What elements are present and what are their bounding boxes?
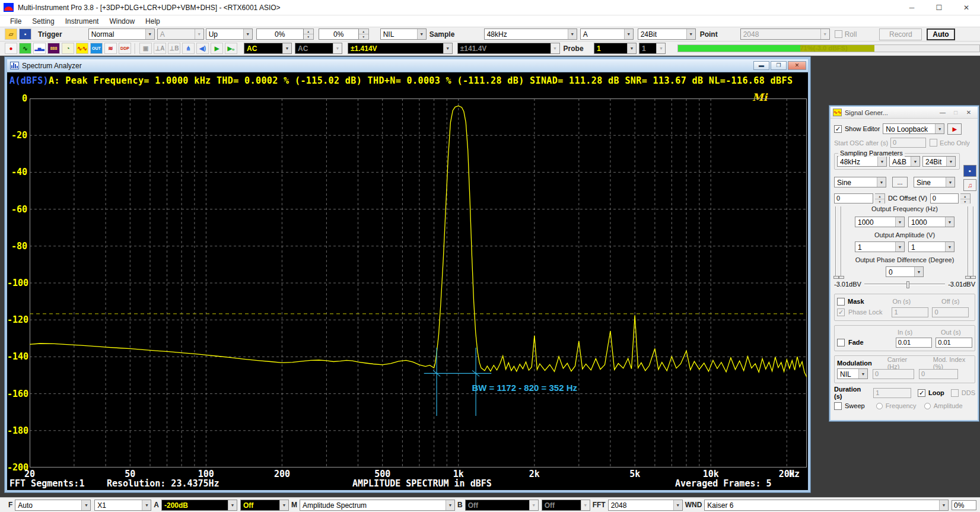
fine-slider-b-track[interactable] <box>968 206 969 278</box>
zoom-combo[interactable]: X1▼ <box>94 500 151 511</box>
menu-window[interactable]: Window <box>104 17 140 26</box>
fade-in-field[interactable]: 0.01 <box>896 338 933 348</box>
frequency-b-combo[interactable]: 1000▼ <box>908 217 954 227</box>
score-button[interactable]: ♫ <box>963 179 976 191</box>
signal-generator-icon[interactable]: ∿∿ <box>76 43 88 54</box>
freq-axis-combo[interactable]: Auto▼ <box>15 500 91 511</box>
fade-out-field[interactable]: 0.01 <box>936 338 972 348</box>
minimize-icon[interactable]: ─ <box>898 0 925 15</box>
trigger-mode-combo[interactable]: Normal▼ <box>88 28 155 40</box>
play-icon[interactable]: ▶ <box>211 43 223 54</box>
gen-sample-rate-combo[interactable]: 48kHz▼ <box>837 156 887 167</box>
show-editor-checkbox[interactable]: ✓ <box>834 125 842 133</box>
coupling-a-combo[interactable]: AC▼ <box>244 43 292 54</box>
waveform-a-combo[interactable]: Sine▼ <box>834 177 886 187</box>
a-range-combo[interactable]: -200dB▼ <box>161 500 237 511</box>
multi-waves-icon[interactable]: ≋ <box>104 43 117 54</box>
open-icon[interactable]: ▱ <box>5 28 17 40</box>
sweep-checkbox[interactable] <box>834 402 842 410</box>
generator-run-button[interactable]: ▶ <box>947 123 962 135</box>
sample-channel-combo[interactable]: A▼ <box>580 28 634 40</box>
fade-out-label: Out (s) <box>941 329 961 336</box>
window-close-icon[interactable]: ✕ <box>962 109 975 116</box>
device-test-plan-icon[interactable]: OUT <box>90 43 103 54</box>
spinner-arrows-icon[interactable]: ▲▼ <box>359 28 369 40</box>
range-a-combo[interactable]: ±1.414V▼ <box>348 43 453 54</box>
plot-footer: FFT Segments:1 Resolution: 23.4375Hz AMP… <box>7 478 808 490</box>
amplitude-a-combo[interactable]: 1▼ <box>855 241 905 252</box>
window-function-combo[interactable]: Kaiser 6▼ <box>704 500 949 511</box>
probe-b-combo: 1▼ <box>639 43 666 54</box>
modulation-type-combo[interactable]: NIL▼ <box>837 368 868 379</box>
mask-checkbox[interactable] <box>837 298 845 306</box>
sample-rate-combo[interactable]: 48kHz▼ <box>484 28 577 40</box>
window-minimize-icon[interactable]: ▬ <box>753 61 769 70</box>
fine-slider-a-track[interactable] <box>841 206 842 278</box>
window-close-icon[interactable]: ✕ <box>788 61 806 70</box>
multimeter-icon[interactable]: 888 <box>47 43 60 54</box>
slider-thumb[interactable] <box>971 276 976 279</box>
freq-slider-a-track[interactable] <box>835 206 836 278</box>
menu-help[interactable]: Help <box>140 17 166 26</box>
dc-offset-b-field[interactable]: 0 <box>930 193 959 203</box>
spectrum-plot[interactable] <box>30 98 807 468</box>
balance-slider[interactable] <box>864 284 945 285</box>
play-loop-icon[interactable]: ▶₀ <box>225 43 237 54</box>
spinner-arrows-icon[interactable]: ▲▼ <box>304 28 314 40</box>
probe-a-combo[interactable]: 1▼ <box>594 43 637 54</box>
reference-a-icon[interactable]: ⊥A <box>154 43 166 54</box>
trigger-level-spin[interactable]: 0% ▲▼ <box>256 28 314 40</box>
menu-file[interactable]: File <box>5 17 27 26</box>
trigger-delay-spin[interactable]: 0% ▲▼ <box>319 28 369 40</box>
slider-thumb[interactable] <box>839 276 844 279</box>
spectrum-type-combo[interactable]: Amplitude Spectrum▼ <box>300 500 455 511</box>
save-signal-button[interactable]: ▪ <box>963 165 976 177</box>
spectrum-3d-icon[interactable]: ◔ <box>62 43 74 54</box>
phase-combo[interactable]: 0▼ <box>886 266 924 277</box>
maximize-icon[interactable]: ☐ <box>925 0 953 15</box>
y-axis-tick-label: -160 <box>7 389 27 399</box>
b-mode-combo: Off▼ <box>542 500 590 511</box>
dds-checkbox <box>951 389 959 397</box>
gen-bits-combo[interactable]: 24Bit▼ <box>922 156 956 167</box>
ddp-viewer-icon[interactable]: DDP <box>119 43 131 54</box>
slider-thumb[interactable] <box>833 276 839 279</box>
auto-button[interactable]: Auto <box>927 28 954 40</box>
fft-size-combo[interactable]: 2048▼ <box>608 500 683 511</box>
signal-generator-titlebar[interactable]: ∿∿ Signal Gener... — □ ✕ <box>831 107 978 119</box>
freq-slider-b-track[interactable] <box>973 206 974 278</box>
amplitude-b-combo[interactable]: 1▼ <box>908 241 954 252</box>
slider-thumb[interactable] <box>965 276 971 279</box>
close-icon[interactable]: ✕ <box>953 0 980 15</box>
record-icon[interactable]: ● <box>5 43 17 54</box>
dc-offset-a-field[interactable]: 0 <box>834 193 873 203</box>
a-mode-combo[interactable]: Off▼ <box>240 500 289 511</box>
loop-checkbox[interactable]: ✓ <box>918 389 925 397</box>
loopback-combo[interactable]: No Loopback▼ <box>883 123 944 134</box>
hpf-combo[interactable]: NIL▼ <box>380 28 427 40</box>
fade-checkbox[interactable] <box>837 339 845 346</box>
more-waveform-button[interactable]: ... <box>892 177 908 187</box>
spectrum-analyzer-titlebar[interactable]: Spectrum Analyzer ▬ ❐ ✕ <box>7 59 808 72</box>
channel-b-label: B <box>457 501 463 509</box>
spinner-arrows-icon[interactable]: ▲▼ <box>960 193 971 203</box>
speaker-icon[interactable]: ◀) <box>196 43 209 54</box>
menu-setting[interactable]: Setting <box>27 17 59 26</box>
calibration-icon[interactable]: ⋔ <box>182 43 195 54</box>
sample-bits-combo[interactable]: 24Bit▼ <box>638 28 696 40</box>
slider-thumb[interactable] <box>906 281 909 288</box>
reference-b-icon[interactable]: ⊥B <box>168 43 180 54</box>
menu-instrument[interactable]: Instrument <box>60 17 104 26</box>
derived-point-icon[interactable]: ▣ <box>139 43 152 54</box>
oscilloscope-icon[interactable]: ∿ <box>19 43 31 54</box>
window-restore-icon[interactable]: ❐ <box>771 61 787 70</box>
spectrum-analyzer-icon[interactable]: ▂▅▃ <box>33 43 46 54</box>
trigger-edge-combo[interactable]: Up▼ <box>206 28 253 40</box>
waveform-b-combo[interactable]: Sine▼ <box>914 177 955 187</box>
gen-channels-combo[interactable]: A&B▼ <box>889 156 920 167</box>
overlap-field[interactable]: 0% <box>952 500 976 510</box>
window-minimize-icon[interactable]: — <box>936 109 949 116</box>
save-icon[interactable]: ▪ <box>19 28 31 40</box>
frequency-a-combo[interactable]: 1000▼ <box>855 217 905 227</box>
spinner-arrows-icon[interactable]: ▲▼ <box>875 193 885 203</box>
